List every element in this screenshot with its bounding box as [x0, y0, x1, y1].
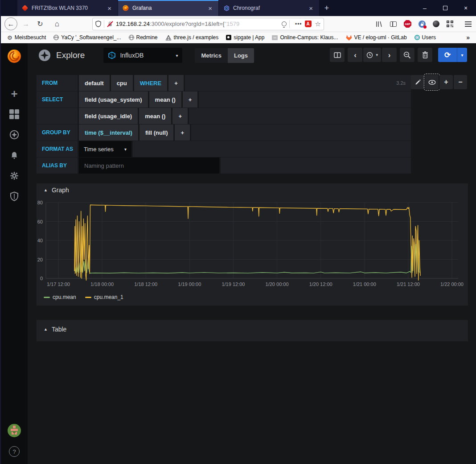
back-button[interactable]: ←	[4, 17, 17, 30]
svg-text:60: 60	[37, 219, 43, 224]
add-query-button[interactable]: +	[439, 75, 453, 89]
alias-input[interactable]	[79, 157, 219, 174]
add-part-button[interactable]: +	[183, 91, 198, 108]
url-text[interactable]: 192.168.2.24:3000/explore?orgId=1&left=[…	[116, 21, 282, 27]
new-tab-button[interactable]: +	[319, 0, 334, 16]
create-icon[interactable]: +	[9, 88, 20, 99]
where-chip[interactable]: WHERE	[134, 75, 167, 91]
maximize-button[interactable]	[435, 0, 455, 16]
dashboards-icon[interactable]	[9, 109, 20, 120]
add-condition-button[interactable]: +	[168, 75, 184, 91]
tracking-shield-icon[interactable]	[95, 21, 101, 27]
bookmark-gitlab[interactable]: VE / elog-uml · GitLab	[346, 34, 407, 41]
group-by-fill-chip[interactable]: fill (null)	[140, 124, 174, 141]
series-name: cpu.mean_1	[94, 294, 123, 300]
forward-button[interactable]: →	[19, 20, 33, 28]
library-icon[interactable]	[376, 21, 383, 27]
reload-button[interactable]: ↻	[33, 20, 47, 28]
select-field-chip[interactable]: field (usage_idle)	[79, 108, 138, 124]
bookmark-sipgate[interactable]: sipgate | App	[226, 34, 264, 41]
split-view-button[interactable]	[330, 48, 345, 62]
user-avatar[interactable]	[8, 424, 21, 439]
bookmark-users[interactable]: Users	[414, 34, 436, 41]
clear-all-button[interactable]	[418, 48, 432, 62]
logs-mode-button[interactable]: Logs	[228, 48, 254, 63]
graph-panel-header[interactable]: ▲ Graph	[37, 183, 468, 197]
settings-gear-icon[interactable]	[9, 170, 20, 181]
tab-fritzbox[interactable]: FRITZ!Box WLAN 3370 ×	[17, 0, 118, 16]
minimize-button[interactable]: –	[414, 0, 435, 16]
tab-close-icon[interactable]: ×	[307, 4, 315, 12]
mode-toggle: Metrics Logs	[195, 48, 254, 63]
select-field-chip[interactable]: field (usage_system)	[79, 91, 148, 108]
metrics-mode-button[interactable]: Metrics	[195, 48, 228, 63]
globe-extension-icon[interactable]	[433, 21, 439, 27]
add-group-by-button[interactable]: +	[175, 124, 190, 141]
admin-shield-icon[interactable]	[9, 191, 20, 202]
bookmark-redmine[interactable]: Redmine	[129, 34, 158, 41]
remove-query-button[interactable]: −	[454, 75, 467, 89]
insecure-lock-icon[interactable]	[107, 21, 113, 27]
query-actions: + −	[411, 75, 467, 89]
alerting-bell-icon[interactable]	[9, 150, 20, 161]
angular-extension-icon[interactable]: A	[305, 21, 312, 27]
from-policy-chip[interactable]: default	[79, 75, 110, 91]
sidebars-icon[interactable]	[390, 21, 397, 27]
keyhole-icon[interactable]	[282, 21, 287, 26]
menu-icon[interactable]	[465, 21, 472, 27]
sipgate-icon	[226, 35, 231, 40]
divider	[104, 20, 104, 28]
legend-item-cpu-mean-1[interactable]: cpu.mean_1	[85, 294, 123, 300]
edit-query-button[interactable]	[411, 75, 424, 89]
tab-grafana[interactable]: Grafana ×	[118, 0, 218, 16]
format-as-value: Time series	[84, 146, 114, 153]
tab-chronograf[interactable]: Chronograf ×	[218, 0, 319, 16]
tab-close-icon[interactable]: ×	[206, 4, 214, 12]
explore-header: Explore InfluxDB ▾ Metrics Logs ‹ ▾	[28, 43, 476, 67]
bookmark-label: Online-Campus: Klaus...	[280, 34, 338, 41]
row-filler	[191, 124, 411, 141]
explore-icon[interactable]	[9, 129, 20, 140]
zoom-out-button[interactable]	[400, 48, 414, 62]
series-color-dash	[85, 297, 91, 298]
chevron-down-icon: ▾	[176, 53, 178, 58]
help-icon[interactable]: ?	[9, 446, 20, 457]
toggle-visibility-button[interactable]	[425, 75, 439, 89]
format-as-select[interactable]: Time series ▾	[79, 141, 131, 157]
datasource-picker[interactable]: InfluxDB ▾	[103, 48, 182, 63]
svg-text:1/17 12:00: 1/17 12:00	[47, 282, 70, 287]
graph-canvas[interactable]: 0204060801/17 12:001/18 00:001/18 12:001…	[37, 197, 466, 291]
group-by-time-chip[interactable]: time ($__interval)	[79, 124, 138, 141]
grafana-app: + ? Explore	[1, 43, 476, 464]
table-panel-header[interactable]: ▲ Table	[37, 320, 468, 333]
time-forward-button[interactable]: ›	[382, 48, 397, 62]
query-row-group-by: GROUP BY time ($__interval) fill (null) …	[37, 124, 411, 141]
bookmark-meistbesucht[interactable]: ⚙Meistbesucht	[7, 34, 46, 41]
privacy-extension-icon[interactable]	[419, 21, 426, 28]
time-back-button[interactable]: ‹	[348, 48, 362, 62]
bookmark-online-campus[interactable]: ocOnline-Campus: Klaus...	[272, 34, 338, 41]
close-window-button[interactable]: ×	[455, 0, 476, 16]
row-filler	[221, 157, 411, 174]
refresh-interval-caret[interactable]: ▾	[457, 48, 467, 62]
add-part-button[interactable]: +	[172, 108, 188, 124]
bookmark-star-icon[interactable]: ☆	[315, 20, 321, 28]
url-path: :3000/explore?orgId=1&left=[	[150, 21, 225, 27]
url-bar[interactable]: 192.168.2.24:3000/explore?orgId=1&left=[…	[92, 18, 324, 30]
time-picker-button[interactable]: ▾	[363, 48, 381, 62]
home-button[interactable]: ⌂	[50, 20, 64, 29]
bookmarks-bar: ⚙Meistbesucht YaCy '_Softwareengel_... R…	[1, 32, 476, 43]
legend-item-cpu-mean[interactable]: cpu.mean	[44, 294, 76, 300]
qr-code-icon[interactable]	[447, 21, 453, 27]
run-query-button[interactable]: ⟳	[438, 48, 457, 62]
page-actions-icon[interactable]: •••	[295, 21, 302, 27]
bookmarks-overflow-icon[interactable]: »	[466, 34, 470, 41]
select-mean-chip[interactable]: mean ()	[139, 108, 171, 124]
from-measurement-chip[interactable]: cpu	[111, 75, 133, 91]
grafana-logo[interactable]	[6, 48, 22, 66]
bookmark-threejs[interactable]: three.js / examples	[165, 34, 219, 41]
tab-close-icon[interactable]: ×	[106, 4, 113, 12]
bookmark-yacy[interactable]: YaCy '_Softwareengel_...	[53, 34, 121, 41]
adblock-plus-icon[interactable]: ABP	[404, 20, 411, 28]
select-mean-chip[interactable]: mean ()	[149, 91, 181, 108]
